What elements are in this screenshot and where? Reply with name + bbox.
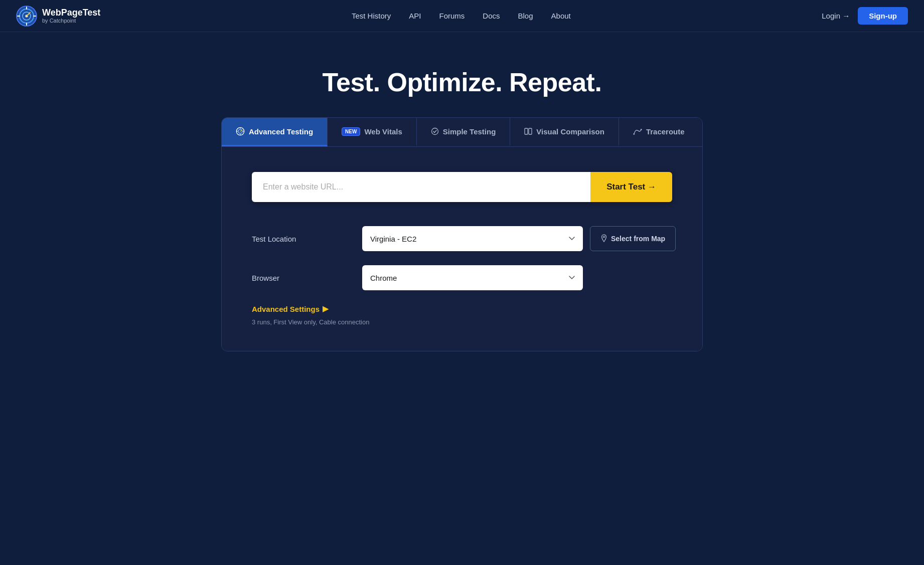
navbar: WebPageTest by Catchpoint Test History A… (0, 0, 924, 32)
url-row: Start Test → (252, 172, 672, 202)
tab-simple-testing[interactable]: Simple Testing (417, 118, 511, 146)
tab-simple-label: Simple Testing (443, 127, 496, 136)
start-test-button[interactable]: Start Test → (590, 172, 672, 202)
navbar-actions: Login → Sign-up (822, 7, 908, 25)
tab-advanced-label: Advanced Testing (249, 127, 313, 136)
tab-web-vitals[interactable]: NEW Web Vitals (328, 118, 417, 146)
tab-traceroute[interactable]: Traceroute (619, 118, 699, 146)
url-input[interactable] (252, 172, 590, 202)
svg-line-15 (240, 130, 242, 131)
form-area: Start Test → Test Location Virginia - EC… (222, 147, 702, 351)
svg-point-21 (603, 236, 604, 237)
test-location-select[interactable]: Virginia - EC2 California - EC2 London -… (362, 226, 583, 251)
browser-select[interactable]: Chrome Firefox Edge Safari (362, 265, 583, 290)
tab-visual-comparison[interactable]: Visual Comparison (510, 118, 619, 146)
nav-links: Test History API Forums Docs Blog About (352, 12, 571, 21)
svg-point-16 (431, 128, 438, 135)
main-card: Advanced Testing NEW Web Vitals Simple T… (221, 117, 703, 351)
nav-about[interactable]: About (551, 12, 571, 20)
hero-headline: Test. Optimize. Repeat. (16, 67, 908, 97)
tab-traceroute-label: Traceroute (646, 127, 685, 136)
route-icon (633, 127, 642, 135)
browser-control: Chrome Firefox Edge Safari (362, 265, 672, 290)
settings-summary: 3 runs, First View only, Cable connectio… (252, 318, 672, 326)
nav-test-history[interactable]: Test History (352, 12, 391, 20)
gauge-icon (236, 127, 245, 136)
tab-webvitals-label: Web Vitals (364, 127, 402, 136)
browser-label: Browser (252, 274, 362, 282)
advanced-settings-toggle[interactable]: Advanced Settings ▶ (252, 304, 329, 313)
signup-button[interactable]: Sign-up (858, 7, 908, 25)
nav-blog[interactable]: Blog (518, 12, 533, 20)
tab-visual-label: Visual Comparison (536, 127, 604, 136)
test-location-control: Virginia - EC2 California - EC2 London -… (362, 226, 676, 251)
logo-link[interactable]: WebPageTest by Catchpoint (16, 6, 100, 27)
svg-rect-18 (529, 128, 532, 134)
nav-docs[interactable]: Docs (483, 12, 500, 20)
select-from-map-label: Select from Map (611, 235, 665, 243)
svg-point-20 (633, 133, 635, 135)
advanced-settings-label: Advanced Settings (252, 305, 320, 313)
advanced-settings-section: Advanced Settings ▶ 3 runs, First View o… (252, 304, 672, 326)
svg-point-19 (641, 129, 642, 130)
logo-text: WebPageTest by Catchpoint (42, 8, 100, 24)
logo-icon (16, 6, 37, 27)
browser-row: Browser Chrome Firefox Edge Safari (252, 265, 672, 290)
new-badge: NEW (342, 127, 360, 136)
logo-main-text: WebPageTest (42, 8, 100, 18)
svg-rect-17 (525, 128, 528, 134)
login-button[interactable]: Login → (822, 12, 850, 20)
nav-api[interactable]: API (409, 12, 421, 20)
chevron-right-icon: ▶ (323, 304, 329, 313)
tabs-bar: Advanced Testing NEW Web Vitals Simple T… (222, 118, 702, 147)
logo-sub-text: by Catchpoint (42, 18, 100, 24)
select-from-map-button[interactable]: Select from Map (590, 226, 676, 251)
hero-section: Test. Optimize. Repeat. (0, 32, 924, 117)
test-location-row: Test Location Virginia - EC2 California … (252, 226, 672, 251)
test-location-label: Test Location (252, 235, 362, 243)
compare-icon (524, 127, 532, 135)
nav-forums[interactable]: Forums (439, 12, 465, 20)
location-pin-icon (600, 234, 607, 244)
tab-advanced-testing[interactable]: Advanced Testing (222, 118, 328, 146)
check-circle-icon (431, 127, 439, 135)
